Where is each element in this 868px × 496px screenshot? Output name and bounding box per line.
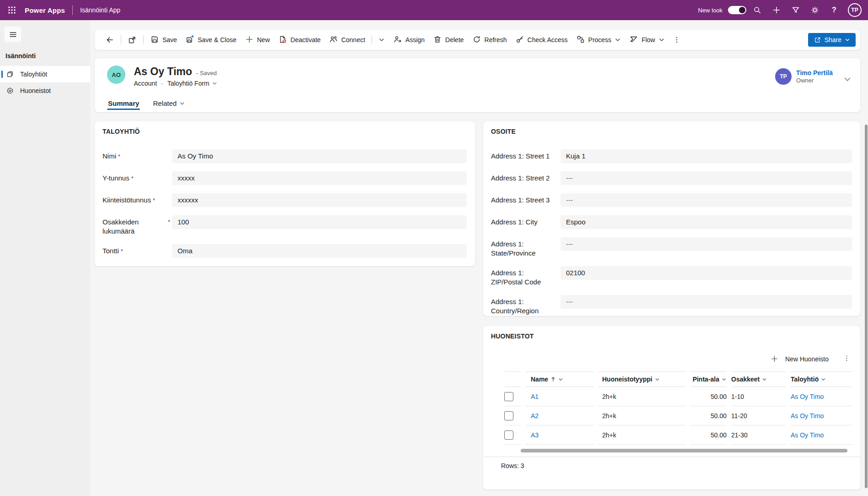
back-button[interactable] <box>101 33 119 47</box>
tab-summary[interactable]: Summary <box>107 96 140 112</box>
hamburger-icon[interactable] <box>5 27 21 42</box>
delete-button[interactable]: Delete <box>429 33 468 47</box>
required-mark: * <box>131 175 134 182</box>
quick-create-icon[interactable] <box>768 2 785 18</box>
lookup-link[interactable]: As Oy Timo <box>791 393 824 400</box>
record-link[interactable]: A1 <box>531 393 539 400</box>
chevron-down-icon <box>615 37 621 43</box>
field-street3-input[interactable]: --- <box>561 193 852 207</box>
process-button[interactable]: Process <box>572 33 625 47</box>
share-button[interactable]: Share <box>808 33 856 47</box>
new-record-button[interactable]: New <box>241 33 274 47</box>
check-access-button[interactable]: Check Access <box>511 33 572 47</box>
lookup-link[interactable]: As Oy Timo <box>791 431 824 439</box>
section-title: OSOITE <box>491 128 852 135</box>
pages-icon <box>5 70 15 79</box>
owner-avatar: TP <box>775 68 792 85</box>
tab-related[interactable]: Related <box>152 96 186 112</box>
column-header-huoneistotyyppi[interactable]: Huoneistotyyppi <box>598 371 685 387</box>
refresh-button[interactable]: Refresh <box>468 33 511 47</box>
plus-icon <box>245 35 254 45</box>
field-kiinteistotunnus-input[interactable]: xxxxxx <box>172 193 467 207</box>
app-top-bar: Power Apps Isännöinti App New look ? TP <box>0 0 868 20</box>
refresh-icon <box>472 35 481 45</box>
record-avatar: AO <box>107 65 125 84</box>
sort-ascending-icon <box>550 376 556 382</box>
sidebar-item-huoneistot[interactable]: Huoneistot <box>0 82 90 99</box>
owner-name-link[interactable]: Timo Pertilä <box>796 69 833 76</box>
column-header-osakkeet[interactable]: Osakkeet <box>731 371 786 387</box>
required-mark: * <box>168 218 170 227</box>
deactivate-icon <box>278 35 287 45</box>
waffle-icon[interactable] <box>4 2 20 18</box>
grid-more-commands-icon[interactable] <box>840 353 854 365</box>
nav-group-header: Isännöinti <box>0 49 90 66</box>
grid-horizontal-scrollbar[interactable] <box>521 449 847 452</box>
field-kiinteistotunnus: Kiinteistötunnus* xxxxxx <box>102 193 467 207</box>
save-status: - Saved <box>196 70 217 76</box>
chevron-down-icon <box>658 37 665 43</box>
row-checkbox[interactable] <box>504 392 513 401</box>
row-checkbox[interactable] <box>504 431 513 440</box>
section-taloyhtio: TALOYHTIÖ Nimi* As Oy Timo Y-tunnus* xxx… <box>95 121 475 266</box>
required-mark: * <box>118 153 120 160</box>
deactivate-button[interactable]: Deactivate <box>274 33 325 47</box>
open-in-new-window-button[interactable] <box>124 33 141 47</box>
app-name[interactable]: Isännöinti App <box>80 6 120 14</box>
field-city-input[interactable]: Espoo <box>561 215 852 229</box>
field-zip-input[interactable]: 02100 <box>561 266 852 280</box>
table-row: A1 2h+k 50.00 1-10 As Oy Timo <box>504 387 852 406</box>
share-icon <box>814 36 821 44</box>
search-icon[interactable] <box>749 2 766 18</box>
product-name[interactable]: Power Apps <box>25 6 65 14</box>
field-nimi-input[interactable]: As Oy Timo <box>172 149 467 163</box>
field-country-input[interactable]: --- <box>561 295 852 309</box>
user-avatar[interactable]: TP <box>848 3 862 17</box>
form-main-area: Save Save & Close New <box>90 20 868 496</box>
field-street2: Address 1: Street 2 --- <box>491 171 852 185</box>
field-state-input[interactable]: --- <box>561 237 852 251</box>
owner-field: TP Timo Pertilä Owner <box>775 68 833 85</box>
settings-gear-icon[interactable] <box>807 2 823 18</box>
page-vertical-scrollbar[interactable] <box>865 125 868 488</box>
column-header-pinta-ala[interactable]: Pinta-ala <box>690 371 727 387</box>
filter-icon[interactable] <box>787 2 804 18</box>
column-header-name[interactable]: Name <box>525 371 594 387</box>
lookup-link[interactable]: As Oy Timo <box>791 412 824 420</box>
row-checkbox[interactable] <box>504 411 513 420</box>
nav-sidebar: Isännöinti Taloyhtiöt Huoneistot <box>0 20 90 496</box>
field-country: Address 1: Country/Region --- <box>491 295 852 316</box>
new-huoneisto-button[interactable]: New Huoneisto <box>766 353 832 365</box>
field-street1-input[interactable]: Kuja 1 <box>561 149 852 163</box>
record-link[interactable]: A2 <box>531 412 539 420</box>
connect-button[interactable]: Connect <box>325 33 369 47</box>
save-button[interactable]: Save <box>146 33 181 47</box>
field-street2-input[interactable]: --- <box>561 171 852 185</box>
header-collapse-chevron-icon[interactable] <box>843 75 852 86</box>
form-tabs: Summary Related <box>107 96 186 112</box>
field-y-tunnus-input[interactable]: xxxxx <box>172 171 467 185</box>
field-osakkeiden-lukumaara-input[interactable]: 100 <box>172 215 467 229</box>
field-tontti-input[interactable]: Oma <box>172 244 467 258</box>
field-state: Address 1: State/Province --- <box>491 237 852 258</box>
section-title: HUONEISTOT <box>483 332 860 340</box>
save-and-close-button[interactable]: Save & Close <box>181 33 241 47</box>
rows-count: Rows: 3 <box>483 457 860 469</box>
form-selector[interactable]: Taloyhtiö Form <box>167 80 217 87</box>
huoneistot-grid: Name Huoneistotyyppi Pinta-ala <box>504 371 852 445</box>
connect-dropdown-chevron-icon[interactable] <box>374 33 389 47</box>
flow-button[interactable]: Flow <box>625 33 669 47</box>
record-link[interactable]: A3 <box>531 431 539 439</box>
new-look-toggle[interactable] <box>728 6 746 14</box>
chevron-down-icon <box>845 37 850 43</box>
topbar-divider <box>72 5 73 15</box>
required-mark: * <box>153 197 155 204</box>
more-commands-icon[interactable] <box>669 33 685 47</box>
sidebar-item-taloyhtiot[interactable]: Taloyhtiöt <box>0 66 90 82</box>
column-header-taloyhtio[interactable]: Taloyhtiö <box>791 371 852 387</box>
chevron-down-icon <box>212 81 217 86</box>
people-icon <box>329 35 338 45</box>
table-row: A3 2h+k 50.00 21-30 As Oy Timo <box>504 425 852 445</box>
assign-button[interactable]: Assign <box>389 33 429 47</box>
help-icon[interactable]: ? <box>826 2 842 18</box>
